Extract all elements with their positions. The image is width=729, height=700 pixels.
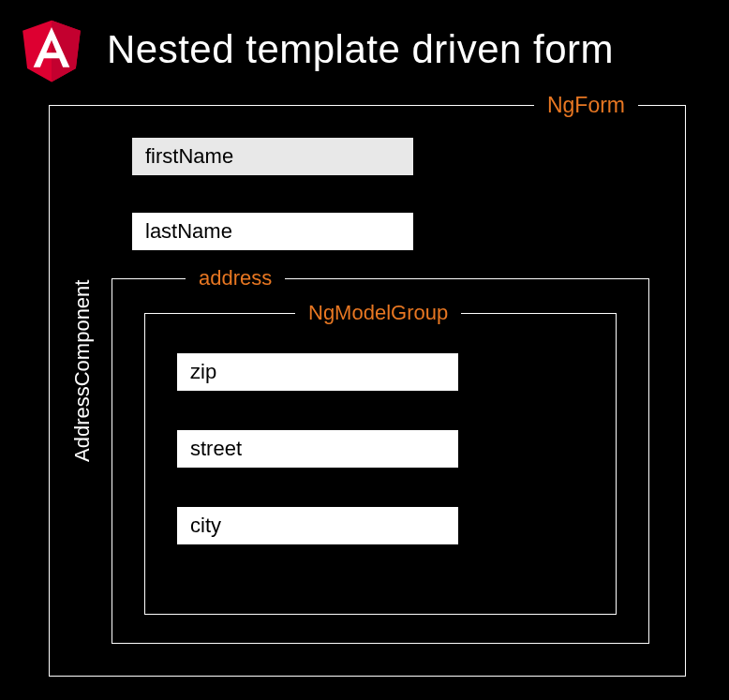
zip-field-label: zip bbox=[190, 360, 216, 384]
street-field[interactable]: street bbox=[177, 430, 458, 468]
zip-field[interactable]: zip bbox=[177, 353, 458, 391]
angular-logo-icon bbox=[13, 9, 90, 90]
svg-marker-1 bbox=[52, 21, 81, 82]
ngform-label: NgForm bbox=[534, 93, 638, 118]
header: Nested template driven form bbox=[0, 0, 729, 97]
street-field-label: street bbox=[190, 437, 242, 461]
city-field[interactable]: city bbox=[177, 507, 458, 544]
lastname-field-label: lastName bbox=[145, 219, 232, 244]
address-container: address NgModelGroup zip street city bbox=[112, 278, 649, 644]
ngmodelgroup-label: NgModelGroup bbox=[295, 301, 461, 325]
ngmodelgroup-container: NgModelGroup zip street city bbox=[144, 313, 617, 615]
page-title: Nested template driven form bbox=[107, 27, 614, 72]
firstname-field[interactable]: firstName bbox=[132, 138, 413, 175]
ngform-container: NgForm firstName lastName AddressCompone… bbox=[49, 105, 686, 677]
address-label: address bbox=[186, 266, 285, 290]
city-field-label: city bbox=[190, 514, 221, 538]
lastname-field[interactable]: lastName bbox=[132, 213, 413, 250]
firstname-field-label: firstName bbox=[145, 144, 233, 169]
address-component-label: AddressComponent bbox=[70, 280, 95, 462]
